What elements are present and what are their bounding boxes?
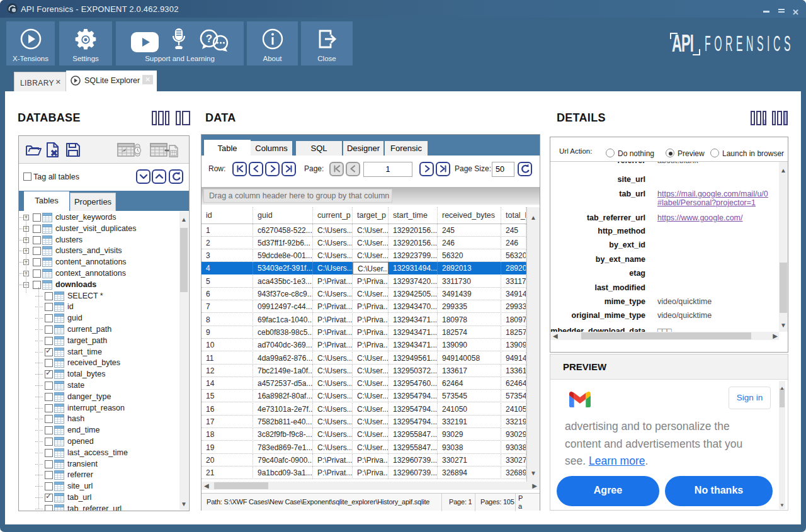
- svg-text:?: ?: [205, 33, 212, 45]
